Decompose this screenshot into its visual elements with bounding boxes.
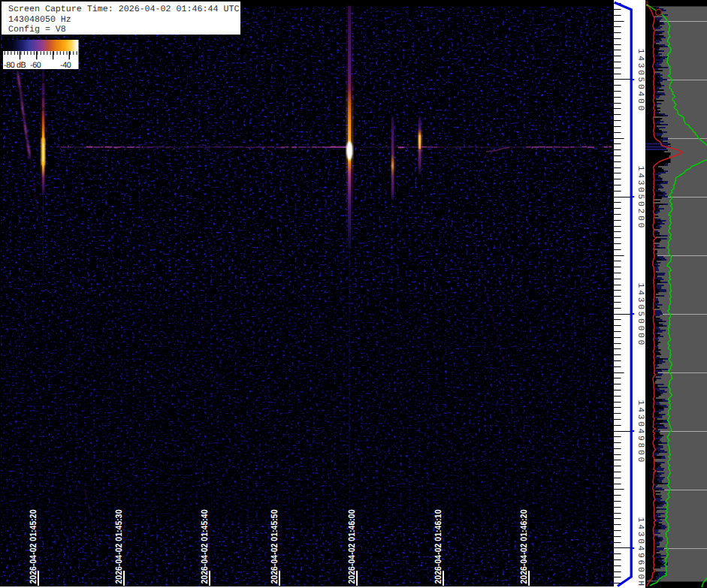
svg-text:2026-04-02 01:46:20: 2026-04-02 01:46:20 [518, 509, 529, 583]
svg-text:2026-04-02 01:45:30: 2026-04-02 01:45:30 [113, 509, 124, 583]
svg-text:2026-04-02 01:45:40: 2026-04-02 01:45:40 [199, 509, 210, 583]
svg-text:143049600: 143049600 [636, 517, 645, 580]
svg-text:-80 dB: -80 dB [4, 61, 26, 70]
svg-text:-60: -60 [30, 61, 41, 70]
svg-text:2026-04-02 01:45:50: 2026-04-02 01:45:50 [269, 509, 279, 583]
svg-text:2026-04-02 01:46:00: 2026-04-02 01:46:00 [346, 509, 357, 583]
svg-text:143050400: 143050400 [636, 49, 645, 111]
svg-text:143048050 Hz: 143048050 Hz [8, 15, 71, 25]
svg-text:Screen Capture Time: 2026-04-0: Screen Capture Time: 2026-04-02 01:46:44… [8, 5, 239, 14]
svg-text:2026-04-02 01:46:10: 2026-04-02 01:46:10 [433, 509, 443, 583]
svg-text:Config = V8: Config = V8 [8, 25, 66, 35]
svg-text:2026-04-02 01:45:20: 2026-04-02 01:45:20 [28, 509, 38, 583]
svg-text:143049800: 143049800 [636, 400, 645, 463]
svg-text:143050200: 143050200 [636, 166, 645, 228]
svg-text:-40: -40 [60, 61, 71, 70]
svg-text:143050000: 143050000 [636, 283, 645, 345]
